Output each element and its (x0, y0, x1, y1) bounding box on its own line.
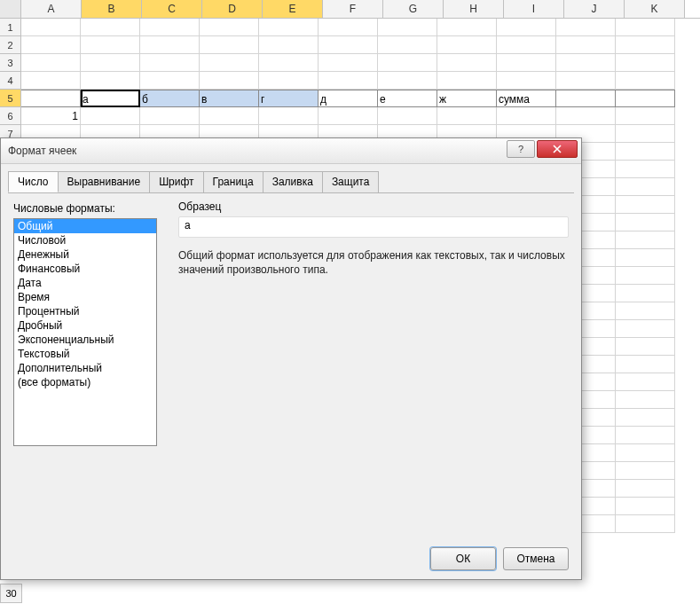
list-item[interactable]: Финансовый (14, 262, 156, 276)
cell[interactable] (497, 19, 556, 36)
row-header-5[interactable]: 5 (0, 90, 21, 107)
cell-C5[interactable]: б (140, 90, 200, 107)
cell-G5[interactable]: е (378, 90, 437, 107)
cell[interactable] (616, 302, 675, 320)
col-header-I[interactable]: I (504, 0, 564, 18)
cell[interactable] (259, 36, 319, 54)
number-formats-listbox[interactable]: Общий Числовой Денежный Финансовый Дата … (13, 218, 157, 446)
cell[interactable] (140, 107, 200, 125)
cell[interactable] (200, 54, 259, 72)
cell[interactable] (378, 72, 437, 90)
cell[interactable] (616, 338, 675, 356)
cell[interactable] (497, 107, 556, 125)
cell-J5[interactable] (556, 90, 616, 107)
cell[interactable] (616, 356, 675, 373)
cell-E5[interactable]: г (259, 90, 319, 107)
cell[interactable] (616, 285, 675, 302)
cell[interactable] (616, 427, 675, 444)
cell[interactable] (319, 72, 378, 90)
list-item[interactable]: Числовой (14, 233, 156, 247)
cell[interactable] (140, 54, 200, 72)
cell[interactable] (497, 54, 556, 72)
cell[interactable] (437, 19, 497, 36)
row-header-3[interactable]: 3 (0, 54, 21, 72)
cell[interactable] (81, 107, 140, 125)
cell[interactable] (81, 36, 140, 54)
cell[interactable] (616, 409, 675, 427)
cell[interactable] (81, 54, 140, 72)
cell[interactable] (200, 19, 259, 36)
row-header-30[interactable]: 30 (0, 584, 22, 603)
list-item[interactable]: Процентный (14, 304, 156, 318)
cell[interactable] (616, 36, 675, 54)
cell[interactable] (616, 143, 675, 161)
cell[interactable] (21, 19, 81, 36)
cell[interactable] (556, 54, 616, 72)
ok-button[interactable]: ОК (430, 547, 496, 570)
cell-A6[interactable]: 1 (21, 107, 81, 125)
cell[interactable] (378, 54, 437, 72)
cell[interactable] (140, 72, 200, 90)
cell[interactable] (616, 214, 675, 231)
cell[interactable] (200, 72, 259, 90)
list-item[interactable]: (все форматы) (14, 375, 156, 389)
cell[interactable] (616, 161, 675, 178)
cell[interactable] (319, 54, 378, 72)
cell[interactable] (616, 54, 675, 72)
cell[interactable] (378, 107, 437, 125)
cell[interactable] (259, 72, 319, 90)
cell[interactable] (21, 72, 81, 90)
col-header-G[interactable]: G (383, 0, 444, 18)
row-header-4[interactable]: 4 (0, 72, 21, 90)
cell[interactable] (81, 72, 140, 90)
cell-D5[interactable]: в (200, 90, 259, 107)
list-item[interactable]: Время (14, 290, 156, 304)
list-item[interactable]: Текстовый (14, 347, 156, 361)
cell[interactable] (616, 107, 675, 125)
cell[interactable] (140, 19, 200, 36)
select-all-corner[interactable] (0, 0, 21, 18)
cell-H5[interactable]: ж (437, 90, 497, 107)
list-item[interactable]: Общий (14, 219, 156, 233)
cell[interactable] (497, 72, 556, 90)
cell-B5[interactable]: а (81, 90, 140, 107)
cell[interactable] (616, 196, 675, 214)
col-header-A[interactable]: A (21, 0, 82, 18)
col-header-E[interactable]: E (263, 0, 323, 18)
list-item[interactable]: Экспоненциальный (14, 333, 156, 347)
help-button[interactable]: ? (507, 140, 535, 158)
cell[interactable] (200, 36, 259, 54)
cell[interactable] (616, 480, 675, 498)
cell[interactable] (616, 267, 675, 285)
tab-border[interactable]: Граница (203, 171, 263, 192)
cell-A5[interactable] (21, 90, 81, 107)
col-header-F[interactable]: F (323, 0, 383, 18)
tab-font[interactable]: Шрифт (149, 171, 203, 192)
cell[interactable] (200, 107, 259, 125)
list-item[interactable]: Дата (14, 276, 156, 290)
cell[interactable] (319, 107, 378, 125)
tab-alignment[interactable]: Выравнивание (58, 171, 151, 192)
row-header-6[interactable]: 6 (0, 107, 21, 125)
cell-I5[interactable]: сумма (497, 90, 556, 107)
cell[interactable] (616, 178, 675, 196)
cell[interactable] (616, 125, 675, 143)
cell[interactable] (81, 19, 140, 36)
cell[interactable] (21, 54, 81, 72)
cell[interactable] (259, 54, 319, 72)
cell[interactable] (556, 72, 616, 90)
cell[interactable] (616, 462, 675, 480)
tab-protection[interactable]: Защита (322, 171, 380, 192)
col-header-B[interactable]: B (82, 0, 142, 18)
cell[interactable] (319, 36, 378, 54)
cell[interactable] (437, 36, 497, 54)
cell[interactable] (616, 444, 675, 462)
cell[interactable] (616, 249, 675, 267)
cell[interactable] (437, 54, 497, 72)
list-item[interactable]: Дополнительный (14, 361, 156, 375)
cell[interactable] (556, 19, 616, 36)
cell[interactable] (259, 107, 319, 125)
col-header-K[interactable]: K (625, 0, 685, 18)
cell[interactable] (319, 19, 378, 36)
cell[interactable] (616, 19, 675, 36)
